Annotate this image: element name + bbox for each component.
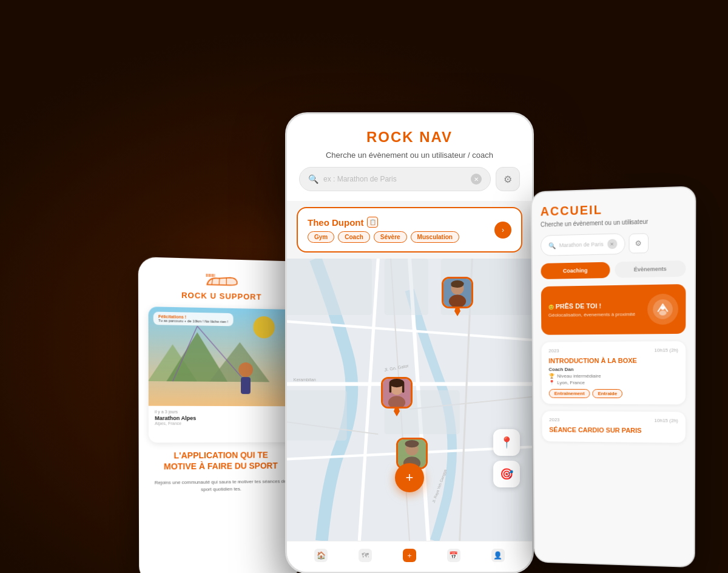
filter-button[interactable]: ⚙ <box>496 167 520 191</box>
tag-severe: Sévère <box>374 231 407 243</box>
event-time-1: 10h15 (2h) <box>655 347 678 353</box>
map-pin-2[interactable] <box>381 377 413 416</box>
right-search-icon: 🔍 <box>548 242 556 249</box>
map-background: Jl. Gn. Gator Kerambitan Jl. Raya Yeh Ga… <box>287 259 532 541</box>
phone-center: ROCK NAV Cherche un évènement ou un util… <box>285 112 534 573</box>
add-icon: ＋ <box>403 549 416 562</box>
svg-rect-11 <box>241 377 251 394</box>
event-time-2: 10h15 (2h) <box>655 418 678 423</box>
home-icon: 🏠 <box>314 549 328 562</box>
tag-entrainement: Entraînement <box>549 389 590 398</box>
calendar-icon: 📅 <box>447 549 460 562</box>
right-search-clear[interactable]: ✕ <box>607 239 617 249</box>
left-tablet-activity-card: Félicitations ! Tu as parcouru + de 10km… <box>148 307 293 442</box>
left-tablet-tagline: L'APPLICATION QUI TE MOTIVE À FAIRE DU S… <box>149 449 292 472</box>
profile-icon: 👤 <box>491 549 505 562</box>
svg-rect-27 <box>385 259 428 315</box>
search-clear-button[interactable]: ✕ <box>471 174 482 185</box>
svg-point-45 <box>405 440 419 447</box>
event-coach-1: Coach Dan <box>548 367 678 372</box>
event-date-1: 2023 <box>548 348 559 353</box>
fab-button[interactable]: + <box>395 463 424 492</box>
svg-rect-41 <box>402 383 405 393</box>
tag-coach: Coach <box>338 231 370 243</box>
left-tablet-logo: |||||||||||| ROCK U SUPPORT <box>148 270 294 302</box>
right-tabs: Coaching Évènements <box>541 260 686 279</box>
avatar-pin-1 <box>442 277 473 308</box>
event-card-2[interactable]: 2023 10h15 (2h) SÉANCE CARDIO SUR PARIS <box>542 411 686 443</box>
tab-evenements[interactable]: Évènements <box>615 260 686 278</box>
bottom-nav: 🏠 🗺 ＋ 📅 👤 <box>287 541 532 572</box>
phone-header: ROCK NAV Cherche un évènement ou un util… <box>287 114 532 201</box>
svg-point-39 <box>389 379 405 387</box>
level-icon: 🏆 <box>549 373 555 379</box>
event-date-2: 2023 <box>549 417 559 422</box>
location-icon: 📍 <box>549 380 555 385</box>
tag-gym: Gym <box>308 231 334 243</box>
svg-rect-40 <box>389 383 392 393</box>
left-tablet-subtitle: Rejoins une communauté qui saura te moti… <box>149 478 292 493</box>
left-tablet-title: ROCK U SUPPORT <box>181 291 261 302</box>
map-pin-dot-1 <box>454 308 460 316</box>
event-title-1: INTRODUCTION À LA BOXE <box>548 357 678 365</box>
search-box[interactable]: 🔍 ex : Marathon de Paris ✕ <box>299 167 491 191</box>
right-search-box[interactable]: 🔍 Marathon de Paris ✕ <box>541 233 625 256</box>
promo-icon <box>647 294 678 325</box>
promo-text: 😊 PRÈS DE TOI ! Géolocalisation, éveneme… <box>548 302 642 319</box>
result-name: Theo Dupont 📋 <box>308 217 488 228</box>
svg-rect-26 <box>287 259 372 315</box>
left-tablet-card-image: Félicitations ! Tu as parcouru + de 10km… <box>148 307 293 406</box>
shoe-icon: |||||||||||| <box>203 271 240 290</box>
right-search-row: 🔍 Marathon de Paris ✕ ⚙ <box>541 231 686 256</box>
search-placeholder: ex : Marathon de Paris <box>323 175 466 183</box>
right-tablet-subtitle: Cherche un évènement ou un utilisateur <box>541 217 686 228</box>
right-tablet-title: ACCUEIL <box>541 200 686 219</box>
svg-line-1 <box>219 278 220 285</box>
promo-title: 😊 PRÈS DE TOI ! <box>548 302 642 310</box>
tab-coaching[interactable]: Coaching <box>541 262 610 279</box>
event-meta-1: 2023 10h15 (2h) <box>548 347 678 353</box>
app-title: ROCK NAV <box>299 129 520 146</box>
document-icon: 📋 <box>367 217 378 228</box>
tag-entraide: Entraide <box>592 389 622 398</box>
event-title-2: SÉANCE CARDIO SUR PARIS <box>549 426 678 435</box>
tablet-right: ACCUEIL Cherche un évènement ou un utili… <box>531 186 696 568</box>
svg-text:Kerambitan: Kerambitan <box>294 377 316 382</box>
search-row: 🔍 ex : Marathon de Paris ✕ ⚙ <box>299 167 520 191</box>
right-filter-button[interactable]: ⚙ <box>629 233 649 254</box>
event-location-row: 📍 Lyon, France <box>549 380 678 385</box>
event-card-1[interactable]: 2023 10h15 (2h) INTRODUCTION À LA BOXE C… <box>541 341 686 404</box>
card-event-name: Marathon Alpes <box>155 415 286 421</box>
promo-card: 😊 PRÈS DE TOI ! Géolocalisation, éveneme… <box>541 284 686 335</box>
left-tablet-card-info: il y a 3 jours Marathon Alpes Alpes, Fra… <box>149 406 292 429</box>
event-location: Lyon, France <box>557 380 585 385</box>
nav-home[interactable]: 🏠 <box>314 549 328 562</box>
app-subtitle: Cherche un évènement ou un utilisateur /… <box>299 151 520 160</box>
card-location: Alpes, France <box>155 421 286 426</box>
search-result-card[interactable]: Theo Dupont 📋 Gym Coach Sévère Musculati… <box>297 207 522 253</box>
nav-profile[interactable]: 👤 <box>491 549 505 562</box>
svg-point-35 <box>451 283 457 287</box>
card-date-tag: il y a 3 jours <box>155 410 286 414</box>
right-search-placeholder: Marathon de Paris <box>559 241 604 248</box>
result-arrow[interactable]: › <box>494 222 511 239</box>
nav-map[interactable]: 🗺 <box>359 549 372 562</box>
crosshair-button[interactable]: 🎯 <box>493 461 520 487</box>
svg-rect-29 <box>287 390 347 441</box>
badge-subtitle: Tu as parcouru + de 10km ! Ne lâche rien… <box>158 319 228 324</box>
map-pin-1[interactable] <box>442 277 473 316</box>
location-button[interactable]: 📍 <box>493 429 520 456</box>
avatar-pin-2 <box>381 377 413 409</box>
result-info: Theo Dupont 📋 Gym Coach Sévère Musculati… <box>308 217 488 243</box>
result-tags: Gym Coach Sévère Musculation <box>308 231 488 243</box>
nav-add[interactable]: ＋ <box>403 549 416 562</box>
promo-subtitle: Géolocalisation, évenements à proximité <box>548 311 642 319</box>
event-level-row: 🏆 Niveau intermédiaire <box>549 373 678 379</box>
event-level: Niveau intermédiaire <box>557 373 601 379</box>
map-pin-dot-2 <box>394 408 400 416</box>
nav-calendar[interactable]: 📅 <box>447 549 460 562</box>
event-meta-2: 2023 10h15 (2h) <box>549 417 678 424</box>
tablet-left: |||||||||||| ROCK U SUPPORT <box>138 257 303 573</box>
map-area[interactable]: Jl. Gn. Gator Kerambitan Jl. Raya Yeh Ga… <box>287 259 532 541</box>
tag-musculation: Musculation <box>411 231 459 243</box>
